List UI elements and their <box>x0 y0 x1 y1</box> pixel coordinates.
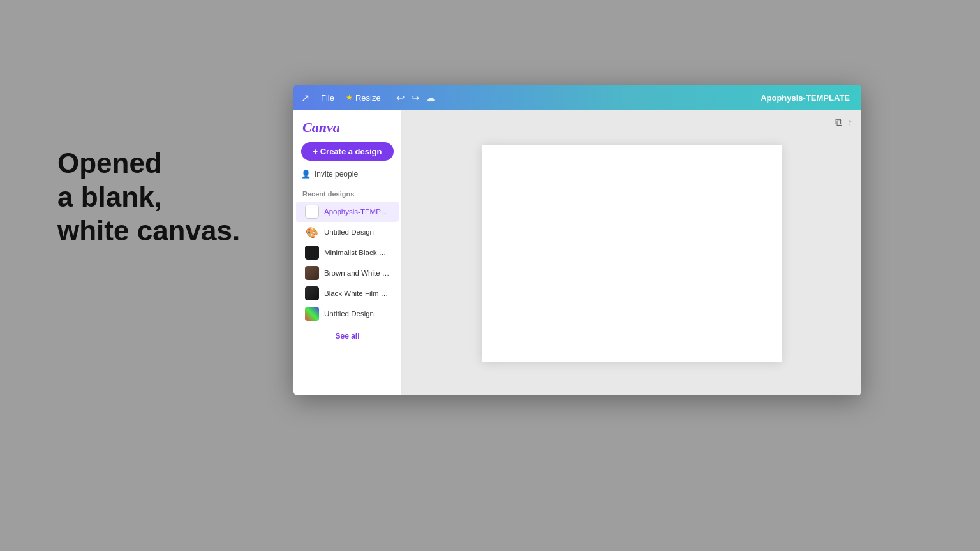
white-canvas <box>482 145 782 362</box>
see-all-link[interactable]: See all <box>293 327 401 346</box>
thumb-blackwhite <box>305 286 319 300</box>
recent-item-blackwhite[interactable]: Black White Film Fram... <box>296 283 399 304</box>
item-name-brown: Brown and White Pho... <box>324 269 390 277</box>
annotation-line3: white canvas. <box>57 214 240 248</box>
recent-item-brown[interactable]: Brown and White Pho... <box>296 263 399 283</box>
dark2-thumb <box>305 286 319 300</box>
multi-thumb <box>305 307 319 321</box>
invite-people-button[interactable]: 👤 Invite people <box>301 167 394 181</box>
recent-designs-label: Recent designs <box>293 187 401 202</box>
thumb-untitled2 <box>305 307 319 321</box>
item-name-blackwhite: Black White Film Fram... <box>324 290 390 297</box>
thumb-minimalist <box>305 246 319 260</box>
annotation-line1: Opened <box>57 147 240 180</box>
recent-item-minimalist[interactable]: Minimalist Black Whit... <box>296 242 399 263</box>
recent-item-untitled2[interactable]: Untitled Design <box>296 304 399 324</box>
annotation-line2: a blank, <box>57 180 240 214</box>
document-title: Apophysis-TEMPLATE <box>761 93 850 103</box>
item-name-untitled2: Untitled Design <box>324 310 374 318</box>
external-link-icon[interactable]: ↗ <box>301 92 309 104</box>
invite-label: Invite people <box>315 170 358 179</box>
resize-label: Resize <box>355 93 381 103</box>
thumb-apophysis <box>305 205 319 219</box>
thumb-brown <box>305 266 319 280</box>
design-thumb-icon: 🎨 <box>306 226 318 239</box>
share-button[interactable]: ↑ <box>847 117 852 128</box>
star-icon: ★ <box>346 93 353 102</box>
thumb-untitled1: 🎨 <box>305 225 319 239</box>
item-name-untitled1: Untitled Design <box>324 228 374 236</box>
redo-icon[interactable]: ↪ <box>411 92 419 104</box>
blank-thumb <box>305 205 319 219</box>
invite-icon: 👤 <box>301 170 311 179</box>
undo-icon[interactable]: ↩ <box>396 92 405 104</box>
recent-item-apophysis[interactable]: Apophysis-TEMPLATE <box>296 202 399 222</box>
create-design-button[interactable]: + Create a design <box>301 142 394 161</box>
canva-logo: Canva <box>293 117 401 142</box>
cloud-save-icon[interactable]: ☁ <box>426 92 436 104</box>
copy-button[interactable]: ⧉ <box>835 117 842 128</box>
header-bar: ↗ File ★ Resize ↩ ↪ ☁ Apophysis-TEMPLATE <box>293 85 861 110</box>
app-body: Canva + Create a design 👤 Invite people … <box>293 110 861 395</box>
brown-thumb <box>305 266 319 280</box>
resize-button[interactable]: ★ Resize <box>346 93 381 103</box>
app-window: ↗ File ★ Resize ↩ ↪ ☁ Apophysis-TEMPLATE… <box>293 85 861 395</box>
header-actions: ↩ ↪ ☁ <box>396 92 436 104</box>
annotation-block: Opened a blank, white canvas. <box>57 147 240 247</box>
dark-thumb <box>305 246 319 260</box>
recent-item-untitled1[interactable]: 🎨 Untitled Design <box>296 222 399 242</box>
canvas-area: ⧉ ↑ <box>402 110 861 395</box>
item-name-minimalist: Minimalist Black Whit... <box>324 249 390 256</box>
header-left: ↗ File ★ Resize ↩ ↪ ☁ <box>301 92 436 104</box>
file-menu-button[interactable]: File <box>318 92 337 104</box>
canvas-top-actions: ⧉ ↑ <box>835 117 852 128</box>
sidebar: Canva + Create a design 👤 Invite people … <box>293 110 402 395</box>
item-name-apophysis: Apophysis-TEMPLATE <box>324 208 390 216</box>
